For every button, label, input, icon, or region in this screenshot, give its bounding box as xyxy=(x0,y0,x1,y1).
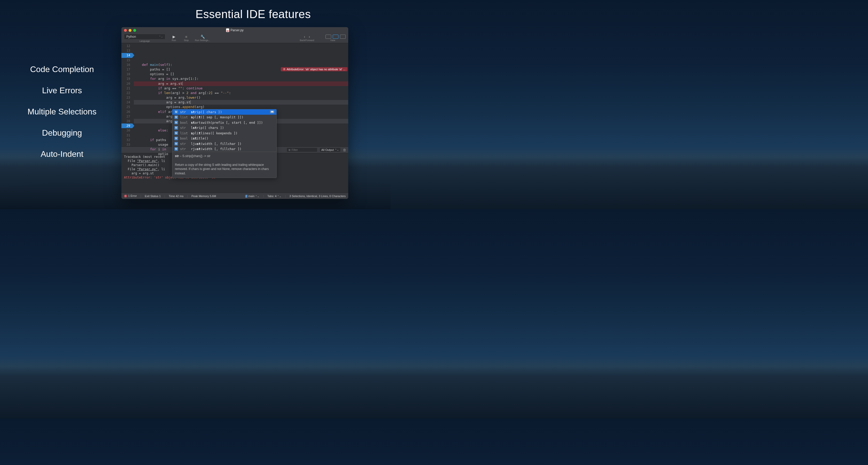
line-number[interactable]: 12 xyxy=(121,44,130,48)
line-gutter[interactable]: 1213141516171819202122232425262728293031… xyxy=(121,43,132,147)
stop-icon: ■ xyxy=(185,35,187,39)
wrench-icon: 🔧 xyxy=(200,35,205,39)
line-number[interactable]: 30 xyxy=(121,128,130,133)
line-number[interactable]: 33 xyxy=(121,142,130,147)
toolbar: Python ⌃⌄ Language ▶ Run ■ Stop 🔧 Run Se… xyxy=(121,33,348,43)
code-line[interactable]: if arg == "": continue xyxy=(134,86,348,91)
line-number[interactable]: 26 xyxy=(121,110,130,114)
completion-item[interactable]: Mboolstartswith(prefix [, start [, end ]… xyxy=(172,120,276,125)
play-icon: ▶ xyxy=(173,35,176,39)
completion-item[interactable]: Mlistsplit([ sep [, maxsplit ]]) xyxy=(172,115,276,120)
file-link[interactable]: "Parser.py" xyxy=(137,167,158,171)
inline-error-badge[interactable]: ✕ AttributeError: 'str' object has no at… xyxy=(281,67,347,71)
view-layout-3[interactable] xyxy=(340,35,346,39)
language-label: Language xyxy=(124,40,165,42)
method-badge-icon: M xyxy=(175,116,178,119)
line-number[interactable]: 31 xyxy=(121,133,130,138)
ide-window: Parser.py Python ⌃⌄ Language ▶ Run ■ Sto… xyxy=(121,27,348,199)
line-number[interactable]: 22 xyxy=(121,91,130,95)
feature-item: Auto-Indent xyxy=(16,149,108,159)
completion-doc: str – S.strip([chars]) -> strReturn a co… xyxy=(172,152,276,178)
line-number[interactable]: 15 xyxy=(121,58,130,63)
minimize-icon[interactable] xyxy=(129,29,131,32)
feature-item: Multiple Selections xyxy=(16,107,108,117)
method-badge-icon: M xyxy=(175,121,178,124)
zoom-icon[interactable] xyxy=(133,29,136,32)
chevron-updown-icon: ⌃⌄ xyxy=(159,35,163,38)
doc-icon[interactable]: 📖 xyxy=(270,110,274,114)
completion-item[interactable]: Mlistsplitlines([ keepends ]) xyxy=(172,130,276,136)
completion-item[interactable]: Mstrrjust(width [, fillchar ]) xyxy=(172,147,276,152)
time-status: Time 42 ms xyxy=(169,194,183,197)
method-badge-icon: M xyxy=(175,126,178,130)
view-group: View xyxy=(320,35,346,41)
exit-status: Exit Status 1 xyxy=(145,194,161,197)
line-number[interactable]: 24 xyxy=(121,100,130,104)
status-bar: ✕1 Error | Exit Status 1 | Time 42 ms | … xyxy=(121,193,348,199)
view-layout-2[interactable] xyxy=(333,35,338,39)
filename: Parser.py xyxy=(230,28,244,32)
code-editor[interactable]: 1213141516171819202122232425262728293031… xyxy=(121,43,348,147)
line-number[interactable]: 19 xyxy=(121,76,130,81)
code-line[interactable]: arg = arg.lower() xyxy=(134,95,348,100)
method-badge-icon: M xyxy=(175,147,178,151)
forward-button[interactable]: › xyxy=(309,35,310,39)
completion-popup: Mstrstrip([ chars ])📖Mlistsplit([ sep [,… xyxy=(172,109,277,178)
stop-button[interactable]: ■ Stop xyxy=(182,35,190,41)
line-number[interactable]: 23 xyxy=(121,95,130,100)
line-number[interactable]: 16 xyxy=(121,63,130,67)
selection-status: 3 Selections, Identical, 3 Lines, 0 Char… xyxy=(289,194,346,197)
method-badge-icon: M xyxy=(175,137,178,140)
method-badge-icon: M xyxy=(175,110,178,114)
code-line[interactable]: options.append(arg) xyxy=(134,104,348,109)
completion-item[interactable]: Mstrlstrip([ chars ]) xyxy=(172,125,276,131)
run-button[interactable]: ▶ Run xyxy=(170,35,178,41)
titlebar[interactable]: Parser.py xyxy=(121,27,348,33)
error-count[interactable]: ✕1 Error xyxy=(124,194,137,197)
back-forward-group: ‹ › Back/Forward xyxy=(300,35,314,41)
line-number[interactable]: 28 xyxy=(121,119,130,123)
line-number[interactable]: 27 xyxy=(121,114,130,119)
window-title: Parser.py xyxy=(226,28,244,32)
window-controls xyxy=(124,29,136,32)
line-number[interactable]: 21 xyxy=(121,86,130,91)
tabs-indicator[interactable]: Tabs: 4 ⌃⌄ xyxy=(268,194,282,197)
code-line[interactable]: options = [] xyxy=(134,72,348,76)
line-number[interactable]: 17 xyxy=(121,67,130,72)
page-title: Essential IDE features xyxy=(160,8,346,21)
run-settings-button[interactable]: 🔧 Run Settings... xyxy=(195,35,210,41)
line-number[interactable]: 14 xyxy=(121,53,132,58)
view-layout-1[interactable] xyxy=(326,35,331,39)
code-line[interactable]: arg = arg.st xyxy=(134,82,348,86)
feature-item: Debugging xyxy=(16,128,108,138)
function-indicator[interactable]: f main ⌃⌄ xyxy=(245,194,259,197)
code-line[interactable]: def main(self): xyxy=(134,63,348,67)
completion-item[interactable]: Mstrstrip([ chars ])📖 xyxy=(172,109,276,115)
error-icon: ✕ xyxy=(283,68,286,71)
language-select[interactable]: Python ⌃⌄ xyxy=(124,34,165,39)
close-icon[interactable] xyxy=(124,29,127,32)
method-badge-icon: M xyxy=(175,142,178,146)
feature-item: Live Errors xyxy=(16,86,108,95)
feature-item: Code Completion xyxy=(16,65,108,74)
completion-item[interactable]: Mstrljust(width [, fillchar ]) xyxy=(172,141,276,147)
line-number[interactable]: 18 xyxy=(121,72,130,76)
line-number[interactable]: 32 xyxy=(121,138,130,142)
code-line[interactable]: for arg in sys.argv[1:]: xyxy=(134,76,348,81)
code-line[interactable]: if len(arg) > 2 and arg[:2] == "--": xyxy=(134,91,348,95)
completion-item[interactable]: Mboolistitle() xyxy=(172,136,276,141)
line-number[interactable]: 25 xyxy=(121,104,130,109)
line-number[interactable]: 13 xyxy=(121,48,130,53)
memory-status: Peak Memory 5.6M xyxy=(191,194,216,197)
line-number[interactable]: 29 xyxy=(121,123,132,128)
features-list: Code Completion Live Errors Multiple Sel… xyxy=(16,65,108,170)
code-line[interactable] xyxy=(134,58,348,63)
line-number[interactable]: 20 xyxy=(121,82,130,86)
code-line[interactable]: arg = arg.st xyxy=(134,100,348,104)
back-button[interactable]: ‹ xyxy=(304,35,305,39)
method-badge-icon: M xyxy=(175,131,178,135)
file-icon xyxy=(226,28,229,32)
